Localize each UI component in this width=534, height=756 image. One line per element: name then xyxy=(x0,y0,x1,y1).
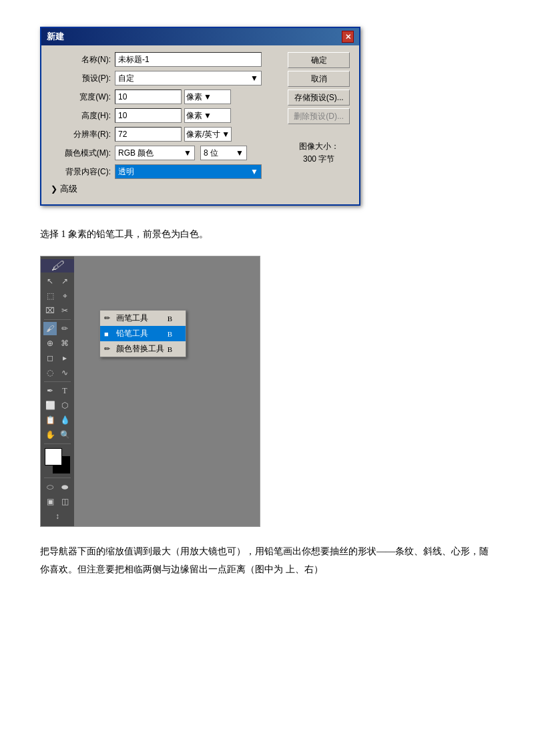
width-unit-select[interactable]: 像素 ▼ xyxy=(184,89,231,104)
height-input[interactable] xyxy=(115,108,182,123)
marquee-tool-icon[interactable]: ⬚ xyxy=(43,289,57,303)
resolution-input[interactable] xyxy=(115,127,182,142)
jump-icon[interactable]: ↕ xyxy=(51,510,64,523)
color-replace-item[interactable]: ✏ 颜色替换工具 B xyxy=(100,341,186,357)
resolution-row: 分辨率(R): 像素/英寸 ▼ xyxy=(51,127,281,142)
patch-tools: ⊕ ⌘ xyxy=(43,337,72,350)
quickmask-mode-icon[interactable]: ⬬ xyxy=(58,480,71,494)
height-unit-select[interactable]: 像素 ▼ xyxy=(184,108,231,123)
image-size-label: 图像大小： xyxy=(288,140,350,153)
close-button[interactable]: ✕ xyxy=(342,31,354,43)
chevron-down-icon: ▼ xyxy=(222,130,230,139)
brush-tool-item[interactable]: ✏ 画笔工具 B xyxy=(100,311,186,326)
slice-tool-icon[interactable]: ✂ xyxy=(58,304,71,317)
photoshop-screenshot: 🖊 ↖ ↗ ⬚ ⌖ ⌧ ✂ 🖌 ✏ ⊕ ⌘ xyxy=(40,256,260,527)
ps-toolbar: 🖊 ↖ ↗ ⬚ ⌖ ⌧ ✂ 🖌 ✏ ⊕ ⌘ xyxy=(41,256,74,526)
dodge-tools: ◌ ∿ xyxy=(43,366,72,379)
eraser-tool-icon[interactable]: ◻ xyxy=(43,351,57,365)
type-tool-icon[interactable]: T xyxy=(58,384,71,397)
chevron-down-icon: ▼ xyxy=(250,73,258,83)
bg-content-row: 背景内容(C): 透明 ▼ xyxy=(51,164,281,179)
pencil-tool-item[interactable]: ■ 铅笔工具 B xyxy=(100,326,186,341)
zoom-tool-icon[interactable]: 🔍 xyxy=(58,428,71,441)
dialog-titlebar: 新建 ✕ xyxy=(41,28,359,45)
separator-2 xyxy=(44,381,71,382)
ps-canvas: ✏ 画笔工具 B ■ 铅笔工具 B ✏ 颜色替换工具 B xyxy=(74,256,260,526)
bg-content-label: 背景内容(C): xyxy=(51,166,111,178)
width-group: 像素 ▼ xyxy=(115,89,231,104)
advanced-row: ❯ 高级 xyxy=(51,183,281,195)
color-mode-row: 颜色模式(M): RGB 颜色 ▼ 8 位 ▼ xyxy=(51,146,281,160)
name-label: 名称(N): xyxy=(51,54,111,65)
width-unit-value: 像素 xyxy=(186,91,202,103)
smudge-tool-icon[interactable]: ∿ xyxy=(58,366,71,379)
arrow-tool-icon[interactable]: ↗ xyxy=(58,274,71,288)
stamp-tool-icon[interactable]: ⊕ xyxy=(43,337,57,350)
preset-value: 自定 xyxy=(118,73,134,84)
brush-tool-label: 画笔工具 xyxy=(116,313,148,324)
shape-tools: ⬜ ⬡ xyxy=(43,399,72,412)
separator-3 xyxy=(44,443,71,444)
new-document-dialog: 新建 ✕ 名称(N): 预设(P): 自 xyxy=(40,27,494,206)
ok-button[interactable]: 确定 xyxy=(288,52,350,68)
rect-tool-icon[interactable]: ⬜ xyxy=(43,399,57,412)
brush-tool-menu-icon: ✏ xyxy=(104,314,113,323)
note-tools: 📋 💧 xyxy=(43,413,72,427)
width-label: 宽度(W): xyxy=(51,91,111,103)
bg-content-select[interactable]: 透明 ▼ xyxy=(115,164,262,179)
cancel-button[interactable]: 取消 xyxy=(288,71,350,87)
expand-icon: ❯ xyxy=(51,184,57,194)
chevron-down-icon: ▼ xyxy=(204,92,212,102)
pen-tool-icon[interactable]: ✒ xyxy=(43,384,57,397)
delete-preset-button[interactable]: 删除预设(D)... xyxy=(288,108,350,124)
name-input[interactable] xyxy=(115,52,262,67)
screen-2-icon[interactable]: ◫ xyxy=(58,495,71,508)
fg-color-swatch[interactable] xyxy=(45,448,62,465)
pencil-tool-icon[interactable]: ✏ xyxy=(58,322,71,335)
preset-row: 预设(P): 自定 ▼ xyxy=(51,71,281,85)
color-replace-menu-icon: ✏ xyxy=(104,345,113,353)
crop-tool-icon[interactable]: ⌧ xyxy=(43,304,57,317)
color-mode-group: RGB 颜色 ▼ 8 位 ▼ xyxy=(115,146,247,160)
color-bit-select[interactable]: 8 位 ▼ xyxy=(200,146,247,160)
dialog-body: 名称(N): 预设(P): 自定 ▼ 宽度(W): xyxy=(41,45,359,204)
chevron-down-icon: ▼ xyxy=(250,167,258,176)
color-replace-label: 颜色替换工具 xyxy=(116,343,164,355)
color-mode-select[interactable]: RGB 颜色 ▼ xyxy=(115,146,195,160)
dialog-form: 名称(N): 预设(P): 自定 ▼ 宽度(W): xyxy=(51,52,281,195)
dialog-window: 新建 ✕ 名称(N): 预设(P): 自 xyxy=(40,27,360,206)
brush-tool-icon[interactable]: 🖌 xyxy=(43,322,57,335)
mode-tools: ⬭ ⬬ xyxy=(43,480,72,494)
heal-tool-icon[interactable]: ⌘ xyxy=(58,337,71,350)
fill-tool-icon[interactable]: ▸ xyxy=(58,351,71,365)
preset-select[interactable]: 自定 ▼ xyxy=(115,71,262,85)
height-group: 像素 ▼ xyxy=(115,108,231,123)
screen-tools: ▣ ◫ xyxy=(43,495,72,508)
hand-tool-icon[interactable]: ✋ xyxy=(43,428,57,441)
color-replace-shortcut: B xyxy=(168,345,172,353)
pencil-tool-label: 铅笔工具 xyxy=(116,328,148,339)
dialog-actions: 确定 取消 存储预设(S)... 删除预设(D)... 图像大小： 300 字节 xyxy=(288,52,350,195)
screen-1-icon[interactable]: ▣ xyxy=(43,495,57,508)
lasso-tool-icon[interactable]: ⌖ xyxy=(58,289,71,303)
eyedrop-tool-icon[interactable]: 💧 xyxy=(58,413,71,427)
move-tool-icon[interactable]: ↖ xyxy=(43,274,57,288)
resolution-label: 分辨率(R): xyxy=(51,129,111,140)
image-size-info: 图像大小： 300 字节 xyxy=(288,140,350,166)
color-mode-label: 颜色模式(M): xyxy=(51,148,111,159)
dialog-title: 新建 xyxy=(47,31,64,43)
width-input[interactable] xyxy=(115,89,182,104)
standard-mode-icon[interactable]: ⬭ xyxy=(43,480,57,494)
brush-context-menu: ✏ 画笔工具 B ■ 铅笔工具 B ✏ 颜色替换工具 B xyxy=(99,310,186,357)
note-tool-icon[interactable]: 📋 xyxy=(43,413,57,427)
save-preset-button[interactable]: 存储预设(S)... xyxy=(288,89,350,106)
brush-shortcut: B xyxy=(168,315,172,323)
preset-label: 预设(P): xyxy=(51,73,111,84)
pen-tools: ✒ T xyxy=(43,384,72,397)
path-select-icon[interactable]: ⬡ xyxy=(58,399,71,412)
bg-content-value: 透明 xyxy=(118,166,134,178)
blur-tool-icon[interactable]: ◌ xyxy=(43,366,57,379)
separator-4 xyxy=(44,478,71,478)
chevron-down-icon: ▼ xyxy=(236,148,244,158)
resolution-unit-select[interactable]: 像素/英寸 ▼ xyxy=(184,127,232,142)
